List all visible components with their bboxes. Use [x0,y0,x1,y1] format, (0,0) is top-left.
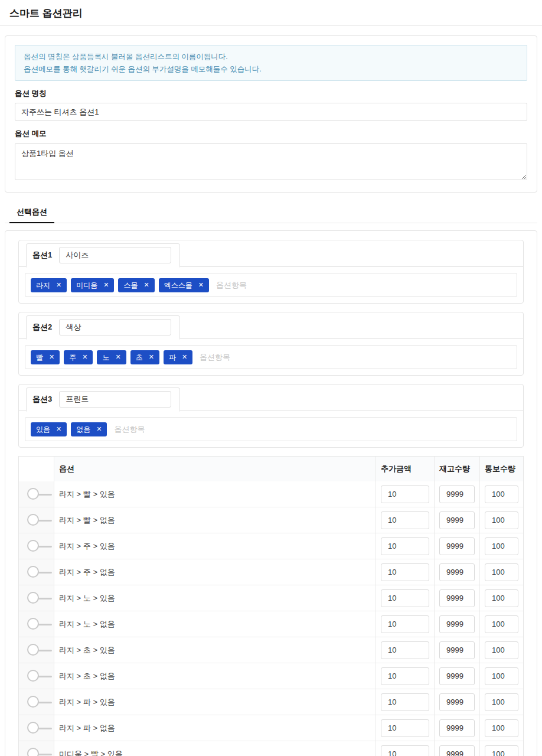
option-tag-label: 스몰 [123,282,138,289]
notify-qty-input[interactable] [485,589,518,607]
extra-price-input[interactable] [381,667,429,685]
row-toggle-cell [19,741,54,756]
table-header-row: 옵션 추가금액 재고수량 통보수량 [19,457,523,481]
tag-remove-icon[interactable]: ✕ [103,282,109,288]
stock-qty-input[interactable] [439,485,475,503]
stock-qty-input[interactable] [439,745,475,756]
extra-price-input[interactable] [381,563,429,581]
row-toggle-switch[interactable] [27,670,49,683]
table-header-notify: 통보수량 [479,457,523,481]
stock-qty-input[interactable] [439,615,475,633]
row-toggle-switch[interactable] [27,514,49,527]
row-toggle-cell [19,481,54,507]
row-toggle-switch[interactable] [27,488,49,501]
row-option-label: 라지 > 주 > 없음 [54,559,376,585]
notice-line-1: 옵션의 명칭은 상품등록시 불러올 옵션리스트의 이름이됩니다. [24,51,518,63]
tag-remove-icon[interactable]: ✕ [149,354,154,360]
option-group-label: 옵션3 [32,394,52,405]
extra-price-input[interactable] [381,589,429,607]
tag-remove-icon[interactable]: ✕ [56,426,61,432]
row-option-label: 라지 > 초 > 없음 [54,663,376,689]
option-tag-box[interactable]: 빨✕주✕노✕초✕파✕옵션항목 [25,345,517,369]
row-option-label: 라지 > 주 > 있음 [54,533,376,559]
tag-remove-icon[interactable]: ✕ [49,354,54,360]
row-toggle-switch[interactable] [27,618,49,631]
option-group-name-input[interactable] [59,319,171,335]
tag-remove-icon[interactable]: ✕ [96,426,102,432]
stock-qty-input[interactable] [439,719,475,737]
extra-price-input[interactable] [381,641,429,659]
notify-qty-input[interactable] [485,563,518,581]
table-row: 라지 > 파 > 없음 [19,715,523,741]
notify-qty-input[interactable] [485,615,518,633]
row-toggle-switch[interactable] [27,592,49,605]
row-toggle-cell [19,637,54,663]
row-option-label: 라지 > 초 > 있음 [54,637,376,663]
option-tag: 빨✕ [31,350,60,364]
extra-price-input[interactable] [381,485,429,503]
notify-qty-input[interactable] [485,537,518,555]
option-group-name-input[interactable] [59,391,171,408]
stock-qty-input[interactable] [439,641,475,659]
option-group: 옵션1 라지✕미디움✕스몰✕엑스스몰✕옵션항목 [18,240,524,304]
option-tag-box[interactable]: 있음✕없음✕옵션항목 [25,417,517,441]
option-tag-box[interactable]: 라지✕미디움✕스몰✕엑스스몰✕옵션항목 [25,273,517,297]
notify-qty-input[interactable] [485,511,518,529]
notify-qty-input[interactable] [485,693,518,711]
option-group-name-input[interactable] [59,247,171,263]
option-tag: 파✕ [164,350,192,364]
table-row: 라지 > 초 > 없음 [19,663,523,689]
stock-qty-input[interactable] [439,667,475,685]
option-group-tab: 옵션3 [26,387,180,412]
option-info-panel: 옵션의 명칭은 상품등록시 불러올 옵션리스트의 이름이됩니다. 옵션메모를 통… [5,35,537,193]
toggle-knob-icon [27,566,39,578]
option-name-input[interactable] [15,103,527,121]
row-option-label: 라지 > 파 > 있음 [54,689,376,715]
stock-qty-input[interactable] [439,589,475,607]
extra-price-input[interactable] [381,745,429,756]
table-header-toggle [19,457,54,481]
tag-remove-icon[interactable]: ✕ [143,282,149,288]
option-item-placeholder: 옵션항목 [114,424,145,435]
row-toggle-cell [19,533,54,559]
toggle-knob-icon [27,618,39,630]
row-toggle-switch[interactable] [27,722,49,735]
stock-qty-input[interactable] [439,511,475,529]
row-toggle-switch[interactable] [27,748,49,756]
extra-price-input[interactable] [381,719,429,737]
row-toggle-switch[interactable] [27,540,49,553]
option-tag: 라지✕ [31,278,67,292]
tag-remove-icon[interactable]: ✕ [115,354,120,360]
row-option-label: 미디움 > 빨 > 있음 [54,741,376,756]
stock-qty-input[interactable] [439,563,475,581]
extra-price-input[interactable] [381,511,429,529]
stock-qty-input[interactable] [439,693,475,711]
stock-qty-input[interactable] [439,537,475,555]
table-row: 미디움 > 빨 > 있음 [19,741,523,756]
option-tag: 노✕ [97,350,126,364]
notify-qty-input[interactable] [485,641,518,659]
option-memo-textarea[interactable]: 상품1타입 옵션 [15,143,527,180]
tag-remove-icon[interactable]: ✕ [182,354,187,360]
notify-qty-input[interactable] [485,667,518,685]
row-toggle-switch[interactable] [27,644,49,657]
option-memo-label: 옵션 메모 [15,129,527,139]
option-tag: 스몰✕ [118,278,154,292]
tab-select-option[interactable]: 선택옵션 [9,203,54,223]
toggle-knob-icon [27,722,39,734]
notify-qty-input[interactable] [485,719,518,737]
tag-remove-icon[interactable]: ✕ [82,354,87,360]
table-header-extra-price: 추가금액 [376,457,434,481]
row-toggle-switch[interactable] [27,696,49,709]
table-row: 라지 > 파 > 있음 [19,689,523,715]
row-toggle-switch[interactable] [27,566,49,579]
row-toggle-cell [19,715,54,741]
option-tag-label: 파 [169,354,176,361]
notify-qty-input[interactable] [485,485,518,503]
tag-remove-icon[interactable]: ✕ [56,282,61,288]
extra-price-input[interactable] [381,537,429,555]
notify-qty-input[interactable] [485,745,518,756]
tag-remove-icon[interactable]: ✕ [198,282,204,288]
extra-price-input[interactable] [381,693,429,711]
extra-price-input[interactable] [381,615,429,633]
